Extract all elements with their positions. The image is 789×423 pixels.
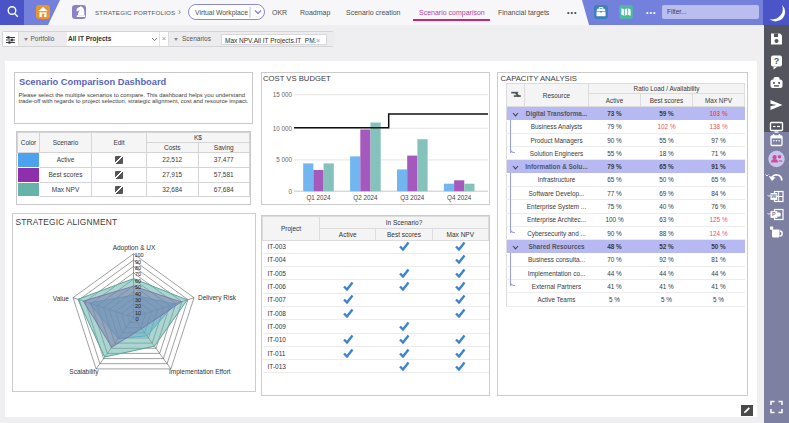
svg-text:10: 10 xyxy=(135,310,141,316)
svg-text:Implementation Effort: Implementation Effort xyxy=(169,368,231,376)
svg-text:60: 60 xyxy=(135,278,141,284)
svg-text:Q1 2024: Q1 2024 xyxy=(306,194,331,202)
svg-text:?: ? xyxy=(774,56,780,66)
svg-text:0: 0 xyxy=(135,316,138,322)
svg-text:Q3 2024: Q3 2024 xyxy=(400,194,425,202)
svg-text:Scalability: Scalability xyxy=(69,368,99,376)
svg-text:30: 30 xyxy=(135,297,141,303)
svg-text:10 000: 10 000 xyxy=(273,125,293,132)
svg-text:40: 40 xyxy=(135,291,141,297)
svg-text:Value: Value xyxy=(53,295,70,302)
svg-text:Q2 2024: Q2 2024 xyxy=(353,194,378,202)
svg-text:50: 50 xyxy=(135,284,141,290)
svg-text:70: 70 xyxy=(135,271,141,277)
svg-text:100: 100 xyxy=(134,252,143,258)
svg-text:Adoption & UX: Adoption & UX xyxy=(113,244,156,252)
svg-text:Delivery Risk: Delivery Risk xyxy=(198,294,237,302)
svg-text:P: P xyxy=(772,211,776,217)
svg-text:15 000: 15 000 xyxy=(273,91,293,98)
svg-text:5 000: 5 000 xyxy=(276,156,292,163)
svg-text:90: 90 xyxy=(135,259,141,265)
svg-text:80: 80 xyxy=(135,265,141,271)
svg-text:0: 0 xyxy=(288,188,292,195)
svg-text:20: 20 xyxy=(135,303,141,309)
svg-text:Q4 2024: Q4 2024 xyxy=(447,194,472,202)
